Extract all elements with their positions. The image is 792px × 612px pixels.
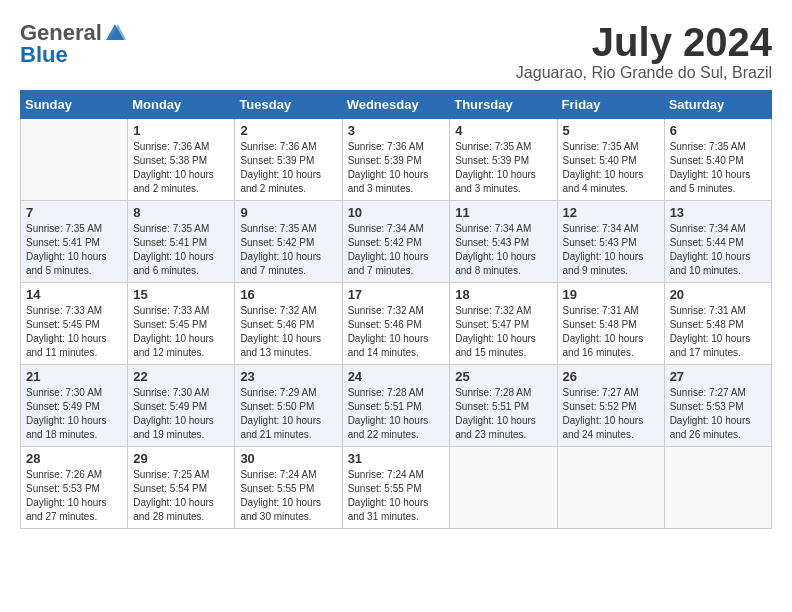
weekday-header-wednesday: Wednesday: [342, 91, 450, 119]
week-row-3: 14Sunrise: 7:33 AMSunset: 5:45 PMDayligh…: [21, 283, 772, 365]
calendar-cell: 27Sunrise: 7:27 AMSunset: 5:53 PMDayligh…: [664, 365, 771, 447]
day-info: Sunrise: 7:27 AMSunset: 5:52 PMDaylight:…: [563, 386, 659, 442]
day-info: Sunrise: 7:34 AMSunset: 5:43 PMDaylight:…: [455, 222, 551, 278]
calendar-cell: [450, 447, 557, 529]
weekday-header-tuesday: Tuesday: [235, 91, 342, 119]
day-number: 24: [348, 369, 445, 384]
calendar-cell: 5Sunrise: 7:35 AMSunset: 5:40 PMDaylight…: [557, 119, 664, 201]
calendar-cell: 30Sunrise: 7:24 AMSunset: 5:55 PMDayligh…: [235, 447, 342, 529]
logo-icon: [104, 22, 126, 44]
calendar-cell: 6Sunrise: 7:35 AMSunset: 5:40 PMDaylight…: [664, 119, 771, 201]
day-number: 27: [670, 369, 766, 384]
day-number: 5: [563, 123, 659, 138]
day-number: 22: [133, 369, 229, 384]
day-info: Sunrise: 7:24 AMSunset: 5:55 PMDaylight:…: [348, 468, 445, 524]
day-number: 20: [670, 287, 766, 302]
day-number: 18: [455, 287, 551, 302]
calendar-cell: 25Sunrise: 7:28 AMSunset: 5:51 PMDayligh…: [450, 365, 557, 447]
day-info: Sunrise: 7:36 AMSunset: 5:39 PMDaylight:…: [348, 140, 445, 196]
calendar-cell: 28Sunrise: 7:26 AMSunset: 5:53 PMDayligh…: [21, 447, 128, 529]
day-number: 26: [563, 369, 659, 384]
day-number: 10: [348, 205, 445, 220]
day-number: 9: [240, 205, 336, 220]
day-info: Sunrise: 7:32 AMSunset: 5:46 PMDaylight:…: [240, 304, 336, 360]
calendar-cell: 4Sunrise: 7:35 AMSunset: 5:39 PMDaylight…: [450, 119, 557, 201]
day-info: Sunrise: 7:36 AMSunset: 5:39 PMDaylight:…: [240, 140, 336, 196]
day-info: Sunrise: 7:28 AMSunset: 5:51 PMDaylight:…: [455, 386, 551, 442]
day-number: 12: [563, 205, 659, 220]
day-number: 13: [670, 205, 766, 220]
calendar-cell: 18Sunrise: 7:32 AMSunset: 5:47 PMDayligh…: [450, 283, 557, 365]
day-number: 31: [348, 451, 445, 466]
day-info: Sunrise: 7:29 AMSunset: 5:50 PMDaylight:…: [240, 386, 336, 442]
calendar-cell: 13Sunrise: 7:34 AMSunset: 5:44 PMDayligh…: [664, 201, 771, 283]
calendar-cell: [557, 447, 664, 529]
weekday-header-monday: Monday: [128, 91, 235, 119]
weekday-header-row: SundayMondayTuesdayWednesdayThursdayFrid…: [21, 91, 772, 119]
weekday-header-friday: Friday: [557, 91, 664, 119]
day-info: Sunrise: 7:27 AMSunset: 5:53 PMDaylight:…: [670, 386, 766, 442]
day-info: Sunrise: 7:32 AMSunset: 5:47 PMDaylight:…: [455, 304, 551, 360]
day-number: 17: [348, 287, 445, 302]
calendar-table: SundayMondayTuesdayWednesdayThursdayFrid…: [20, 90, 772, 529]
day-info: Sunrise: 7:33 AMSunset: 5:45 PMDaylight:…: [26, 304, 122, 360]
calendar-cell: 19Sunrise: 7:31 AMSunset: 5:48 PMDayligh…: [557, 283, 664, 365]
calendar-cell: 26Sunrise: 7:27 AMSunset: 5:52 PMDayligh…: [557, 365, 664, 447]
weekday-header-sunday: Sunday: [21, 91, 128, 119]
day-info: Sunrise: 7:28 AMSunset: 5:51 PMDaylight:…: [348, 386, 445, 442]
week-row-4: 21Sunrise: 7:30 AMSunset: 5:49 PMDayligh…: [21, 365, 772, 447]
day-info: Sunrise: 7:25 AMSunset: 5:54 PMDaylight:…: [133, 468, 229, 524]
day-number: 8: [133, 205, 229, 220]
month-title: July 2024: [516, 20, 772, 64]
day-info: Sunrise: 7:24 AMSunset: 5:55 PMDaylight:…: [240, 468, 336, 524]
logo-blue-text: Blue: [20, 42, 68, 68]
day-info: Sunrise: 7:34 AMSunset: 5:43 PMDaylight:…: [563, 222, 659, 278]
day-info: Sunrise: 7:35 AMSunset: 5:39 PMDaylight:…: [455, 140, 551, 196]
day-number: 4: [455, 123, 551, 138]
calendar-cell: 8Sunrise: 7:35 AMSunset: 5:41 PMDaylight…: [128, 201, 235, 283]
calendar-cell: 9Sunrise: 7:35 AMSunset: 5:42 PMDaylight…: [235, 201, 342, 283]
day-info: Sunrise: 7:35 AMSunset: 5:40 PMDaylight:…: [563, 140, 659, 196]
day-number: 2: [240, 123, 336, 138]
day-number: 23: [240, 369, 336, 384]
day-number: 7: [26, 205, 122, 220]
calendar-cell: 15Sunrise: 7:33 AMSunset: 5:45 PMDayligh…: [128, 283, 235, 365]
day-info: Sunrise: 7:32 AMSunset: 5:46 PMDaylight:…: [348, 304, 445, 360]
day-number: 11: [455, 205, 551, 220]
calendar-cell: 14Sunrise: 7:33 AMSunset: 5:45 PMDayligh…: [21, 283, 128, 365]
calendar-cell: 20Sunrise: 7:31 AMSunset: 5:48 PMDayligh…: [664, 283, 771, 365]
day-number: 30: [240, 451, 336, 466]
calendar-cell: 1Sunrise: 7:36 AMSunset: 5:38 PMDaylight…: [128, 119, 235, 201]
calendar-cell: [21, 119, 128, 201]
calendar-cell: 10Sunrise: 7:34 AMSunset: 5:42 PMDayligh…: [342, 201, 450, 283]
calendar-cell: 24Sunrise: 7:28 AMSunset: 5:51 PMDayligh…: [342, 365, 450, 447]
calendar-cell: 17Sunrise: 7:32 AMSunset: 5:46 PMDayligh…: [342, 283, 450, 365]
day-number: 14: [26, 287, 122, 302]
weekday-header-thursday: Thursday: [450, 91, 557, 119]
day-info: Sunrise: 7:35 AMSunset: 5:41 PMDaylight:…: [133, 222, 229, 278]
day-number: 25: [455, 369, 551, 384]
calendar-cell: 3Sunrise: 7:36 AMSunset: 5:39 PMDaylight…: [342, 119, 450, 201]
page-header: General Blue July 2024 Jaguarao, Rio Gra…: [20, 20, 772, 82]
calendar-cell: 16Sunrise: 7:32 AMSunset: 5:46 PMDayligh…: [235, 283, 342, 365]
calendar-cell: 22Sunrise: 7:30 AMSunset: 5:49 PMDayligh…: [128, 365, 235, 447]
calendar-cell: 11Sunrise: 7:34 AMSunset: 5:43 PMDayligh…: [450, 201, 557, 283]
calendar-cell: 2Sunrise: 7:36 AMSunset: 5:39 PMDaylight…: [235, 119, 342, 201]
day-info: Sunrise: 7:33 AMSunset: 5:45 PMDaylight:…: [133, 304, 229, 360]
calendar-cell: 31Sunrise: 7:24 AMSunset: 5:55 PMDayligh…: [342, 447, 450, 529]
logo: General Blue: [20, 20, 128, 68]
week-row-1: 1Sunrise: 7:36 AMSunset: 5:38 PMDaylight…: [21, 119, 772, 201]
day-info: Sunrise: 7:30 AMSunset: 5:49 PMDaylight:…: [26, 386, 122, 442]
location: Jaguarao, Rio Grande do Sul, Brazil: [516, 64, 772, 82]
day-number: 19: [563, 287, 659, 302]
day-info: Sunrise: 7:35 AMSunset: 5:40 PMDaylight:…: [670, 140, 766, 196]
day-info: Sunrise: 7:31 AMSunset: 5:48 PMDaylight:…: [670, 304, 766, 360]
title-block: July 2024 Jaguarao, Rio Grande do Sul, B…: [516, 20, 772, 82]
calendar-cell: 23Sunrise: 7:29 AMSunset: 5:50 PMDayligh…: [235, 365, 342, 447]
day-number: 21: [26, 369, 122, 384]
day-number: 1: [133, 123, 229, 138]
calendar-cell: 21Sunrise: 7:30 AMSunset: 5:49 PMDayligh…: [21, 365, 128, 447]
day-info: Sunrise: 7:35 AMSunset: 5:42 PMDaylight:…: [240, 222, 336, 278]
day-number: 15: [133, 287, 229, 302]
day-info: Sunrise: 7:31 AMSunset: 5:48 PMDaylight:…: [563, 304, 659, 360]
